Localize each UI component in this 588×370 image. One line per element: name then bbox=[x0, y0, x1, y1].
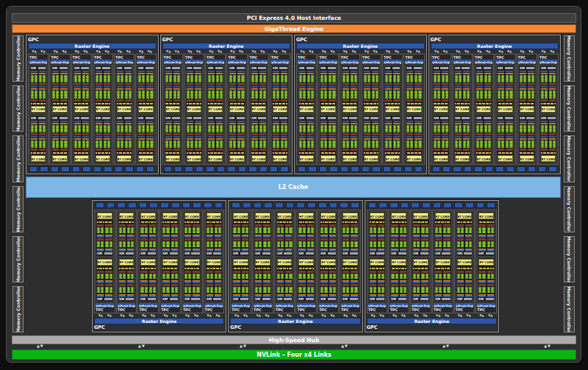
core-columns bbox=[320, 90, 327, 98]
sm-block: SMRT CORE bbox=[161, 211, 179, 257]
cuda-core-column bbox=[99, 90, 102, 98]
register-row-icon bbox=[520, 149, 526, 151]
dispatch-bar-blue-icon bbox=[146, 86, 153, 88]
dispatch-bar-orange-icon bbox=[165, 73, 172, 74]
core-columns bbox=[105, 241, 112, 247]
partition-subblock bbox=[400, 271, 406, 284]
core-columns bbox=[96, 125, 102, 132]
sm-header: SM bbox=[364, 66, 379, 70]
register-row-icon bbox=[435, 284, 442, 286]
core-columns bbox=[281, 125, 287, 132]
core-columns bbox=[281, 90, 287, 98]
cuda-core-column bbox=[391, 227, 394, 233]
sm-partition bbox=[140, 238, 156, 252]
cuda-core-column bbox=[469, 227, 472, 233]
register-row-icon bbox=[484, 133, 491, 135]
dispatch-bar-blue-icon bbox=[520, 136, 526, 138]
sm-partition bbox=[498, 121, 512, 135]
tpc-block: TPCPolyMorph EngineSMRT CORESMRT CORE bbox=[49, 54, 70, 165]
dispatch-bar-blue-icon bbox=[442, 136, 448, 138]
texture-unit-dot-icon bbox=[109, 152, 110, 154]
sm-header-bar bbox=[414, 117, 422, 119]
partition-subblock bbox=[329, 121, 335, 135]
sm-header: SM bbox=[541, 116, 556, 120]
core-columns bbox=[465, 274, 472, 280]
cuda-core-column bbox=[484, 125, 487, 132]
cuda-core-column bbox=[482, 274, 485, 280]
cuda-core-column bbox=[376, 90, 379, 98]
partition-subblock bbox=[487, 224, 494, 238]
sm-label: SM bbox=[52, 116, 57, 119]
cuda-core-column bbox=[531, 140, 534, 148]
tpc-label: TPC bbox=[232, 307, 250, 312]
sm-partition bbox=[406, 71, 421, 85]
cuda-core-column bbox=[242, 241, 245, 247]
register-row-icon bbox=[298, 271, 305, 273]
rt-core-text: RT CORE bbox=[541, 157, 556, 160]
cuda-core-column bbox=[184, 241, 187, 247]
l1-cache-tile bbox=[383, 166, 391, 172]
texture-unit-row bbox=[138, 102, 153, 105]
register-row-icon bbox=[96, 83, 102, 85]
memory-controller-block: Memory Controller bbox=[564, 236, 575, 282]
register-row-icon bbox=[273, 133, 279, 135]
sm-partition bbox=[255, 224, 270, 238]
partition-subblock bbox=[127, 224, 134, 238]
dispatch-bar-blue-icon bbox=[193, 282, 199, 283]
rt-core-label: RT CORE bbox=[520, 155, 534, 162]
cuda-core-column bbox=[259, 274, 262, 280]
cuda-core-column bbox=[370, 274, 373, 280]
sm-partition bbox=[251, 86, 266, 101]
register-row-icon bbox=[208, 99, 215, 102]
texture-unit-row bbox=[343, 152, 357, 154]
partition-subblock bbox=[465, 271, 472, 284]
texture-unit-dot-icon bbox=[468, 103, 470, 104]
cuda-core-column bbox=[138, 140, 141, 148]
register-row-icon bbox=[307, 238, 314, 241]
cuda-core-column bbox=[413, 287, 416, 293]
rt-core-text: RT CORE bbox=[321, 107, 336, 111]
dispatch-bar-orange-icon bbox=[237, 88, 244, 90]
core-columns bbox=[52, 140, 59, 148]
partition-subblock bbox=[140, 224, 147, 238]
register-row-icon bbox=[255, 224, 262, 227]
sm-partition bbox=[299, 136, 314, 151]
sm-partition bbox=[435, 271, 451, 284]
cuda-core-column bbox=[198, 90, 201, 98]
cuda-core-column bbox=[354, 125, 357, 132]
polymorph-engine-text: PolyMorph Engine bbox=[94, 60, 112, 63]
sm-header: SM bbox=[207, 297, 222, 301]
sm-block: SMRT CORE bbox=[271, 115, 289, 164]
sm-block: SMRT CORE bbox=[390, 211, 408, 257]
sm-label: SM bbox=[162, 298, 168, 301]
l1-cache-tile bbox=[193, 202, 201, 208]
texture-unit-row bbox=[207, 267, 222, 270]
cuda-core-column bbox=[188, 274, 191, 280]
cuda-core-column bbox=[220, 90, 223, 98]
rt-core-label: RT CORE bbox=[541, 155, 556, 162]
core-columns bbox=[125, 140, 132, 148]
dispatch-bar-blue-icon bbox=[233, 282, 240, 283]
dispatch-bar-blue-icon bbox=[307, 136, 314, 138]
partition-subblock bbox=[82, 71, 89, 85]
core-columns bbox=[149, 287, 156, 293]
cuda-core-column bbox=[188, 227, 191, 233]
partition-subblock bbox=[165, 121, 172, 135]
cuda-core-column bbox=[311, 274, 314, 280]
partition-subblock bbox=[31, 136, 37, 151]
dispatch-bar-blue-icon bbox=[364, 71, 370, 72]
dispatch-bar-orange-icon bbox=[195, 73, 201, 74]
core-columns bbox=[520, 75, 526, 82]
core-columns bbox=[233, 227, 240, 233]
register-row-icon bbox=[343, 83, 349, 85]
cuda-core-column bbox=[307, 274, 310, 280]
cuda-core-column bbox=[467, 75, 470, 82]
polymorph-engine-bar: PolyMorph Engine bbox=[276, 303, 294, 307]
polymorph-engine-text: PolyMorph Engine bbox=[96, 304, 114, 307]
cuda-core-column bbox=[346, 125, 349, 132]
partition-subblock bbox=[320, 71, 327, 85]
sm-partition bbox=[119, 224, 135, 238]
cuda-core-column bbox=[437, 140, 440, 148]
sm-header-bar bbox=[279, 117, 287, 119]
memory-controller-label: Memory Controller bbox=[15, 135, 21, 182]
